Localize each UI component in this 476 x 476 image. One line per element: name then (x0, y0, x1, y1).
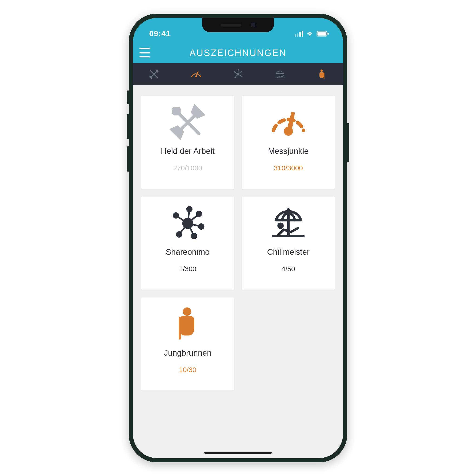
svg-point-38 (192, 234, 196, 238)
svg-point-42 (183, 308, 191, 316)
card-progress: 310/3000 (274, 164, 303, 172)
category-tabs (133, 63, 343, 85)
card-title: Shareonimo (166, 247, 210, 256)
card-progress: 4/50 (281, 265, 295, 273)
status-time: 09:41 (149, 29, 170, 38)
home-indicator[interactable] (204, 452, 272, 454)
side-button (347, 123, 349, 162)
svg-point-41 (278, 224, 282, 228)
umbrella-beach-icon (269, 204, 308, 243)
svg-point-25 (286, 129, 291, 134)
card-jungbrunnen[interactable]: Jungbrunnen 10/30 (141, 298, 234, 391)
card-title: Jungbrunnen (164, 348, 211, 357)
status-icons (295, 31, 329, 37)
crossed-tools-icon (148, 68, 160, 81)
network-icon (232, 68, 244, 81)
device-notch (202, 18, 274, 32)
umbrella-beach-icon (273, 68, 286, 81)
svg-point-32 (183, 219, 192, 228)
gauge-icon (190, 68, 203, 81)
card-title: Messjunkie (268, 146, 309, 156)
side-button (127, 114, 129, 139)
wifi-icon (306, 31, 314, 37)
battery-icon (317, 31, 329, 37)
card-title: Held der Arbeit (161, 146, 215, 156)
tab-gauge[interactable] (175, 63, 217, 85)
svg-point-37 (187, 207, 191, 211)
card-progress: 10/30 (179, 366, 196, 374)
svg-point-20 (321, 69, 323, 72)
menu-button[interactable] (139, 48, 150, 57)
page-title: AUSZEICHNUNGEN (133, 48, 343, 58)
svg-line-13 (235, 72, 238, 74)
svg-line-17 (238, 70, 238, 74)
svg-point-36 (177, 232, 181, 237)
side-button (127, 90, 129, 104)
screen: 09:41 AUSZEICHNUNGEN (133, 18, 343, 458)
achievements-grid: Held der Arbeit 270/1000 Messjunkie 310/… (133, 85, 343, 458)
tab-relax[interactable] (259, 63, 301, 85)
svg-rect-2 (327, 33, 329, 35)
card-shareonimo[interactable]: Shareonimo 1/300 (141, 197, 234, 289)
tab-network[interactable] (217, 63, 259, 85)
svg-rect-1 (318, 32, 326, 35)
svg-point-34 (196, 211, 201, 216)
card-title: Chillmeister (267, 247, 310, 256)
side-button (127, 146, 129, 172)
card-progress: 270/1000 (173, 164, 202, 172)
svg-point-6 (195, 76, 197, 77)
title-bar: AUSZEICHNUNGEN (133, 42, 343, 63)
person-cane-icon (316, 68, 328, 81)
svg-rect-24 (173, 108, 179, 114)
cellular-icon (295, 31, 303, 37)
card-held-der-arbeit[interactable]: Held der Arbeit 270/1000 (141, 96, 234, 189)
card-chillmeister[interactable]: Chillmeister 4/50 (242, 197, 335, 289)
svg-line-16 (235, 74, 238, 77)
gauge-icon (269, 103, 308, 142)
crossed-tools-icon (168, 103, 207, 142)
network-icon (168, 204, 207, 243)
svg-line-14 (238, 71, 241, 74)
svg-point-35 (199, 224, 203, 229)
tab-person[interactable] (301, 63, 343, 85)
tab-tools[interactable] (133, 63, 175, 85)
card-progress: 1/300 (179, 265, 196, 273)
phone-frame: 09:41 AUSZEICHNUNGEN (129, 14, 347, 462)
person-cane-icon (168, 305, 207, 344)
card-messjunkie[interactable]: Messjunkie 310/3000 (242, 96, 335, 189)
svg-point-33 (173, 213, 178, 218)
